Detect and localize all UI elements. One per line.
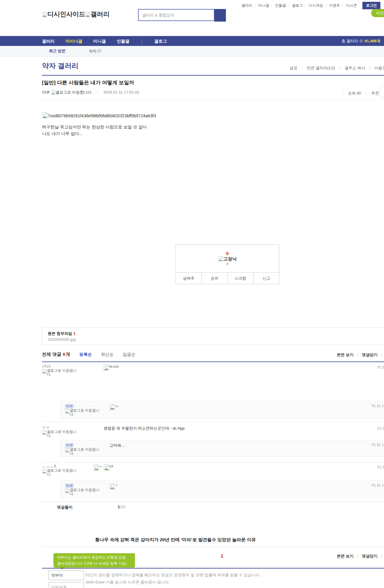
vote-box: 0 고정닉 0 실베추 공유 스크랩 신고 — [176, 244, 279, 284]
sort-reply[interactable]: 답글순 — [123, 352, 135, 357]
comment-bot-label: 댓글돌이 — [57, 505, 73, 510]
comment-content: ㅇ 19 — [94, 464, 113, 471]
upvote-count-red: 0 — [226, 251, 229, 256]
comment-content: 고마워... — [110, 443, 124, 448]
gallery-settings-link[interactable]: 설정 — [290, 66, 297, 70]
copy-gallery-url-link[interactable]: 갤주소 복사 — [344, 66, 365, 70]
fixed-nick-vote[interactable]: 고정닉 — [218, 256, 237, 262]
post-date: 2026.01.31 17:52:43 — [103, 90, 139, 94]
comment-date: 01.3 — [377, 365, 384, 369]
post-image-broken: 7ced8076b58261f438ef98bf06d604031f23bff0… — [42, 112, 156, 118]
post-author-row: 야쿠 갤로그로 이동합니다. │ 2026.01.31 17:52:43 — [42, 90, 139, 95]
broken-image-icon — [65, 488, 69, 493]
nickname-tooltip: 약부이는 갤러리에서 권장하는 비회원 전용 갤닉네임입니다. (삭제 시 닉네… — [53, 553, 135, 568]
broken-image-icon — [51, 90, 56, 95]
attachment-filename[interactable]: 1000009260.jpg — [48, 337, 76, 342]
comment-divider — [42, 422, 384, 422]
comment-date: 01.31 1 — [372, 443, 384, 447]
post-author-nickname[interactable]: 야쿠 — [42, 90, 50, 94]
comments-header: 전체 댓글 6개 등록순 최신순 답글순 — [42, 352, 135, 357]
broken-image-icon — [218, 256, 223, 262]
broken-dccon-icon — [110, 404, 115, 410]
broken-dccon-icon — [110, 483, 115, 490]
comment-gallog-link[interactable]: 갤로그로 이동합니다. — [65, 409, 100, 416]
broken-dccon-icon — [94, 464, 99, 471]
comment-form-top-border — [42, 568, 384, 568]
broken-image-icon — [42, 469, 46, 474]
comment-row: UNJI 갤로그로 이동합니다. 힘내라 01.3 — [42, 364, 384, 400]
broken-dccon-icon — [104, 464, 110, 471]
attachment-count: 1 — [74, 331, 76, 336]
report-button[interactable]: 신고 — [254, 273, 279, 284]
sort-latest[interactable]: 최신순 — [101, 352, 114, 357]
comment-nickname-input[interactable] — [49, 571, 84, 580]
attachment-title: 원본 첨부파일1 — [48, 331, 76, 336]
comments-total: 전체 댓글 6개 — [42, 352, 70, 357]
comment-row: ㅡㅡㅡ3 갤로그로 이동합니다. ㅇ 19 01.3 — [42, 464, 384, 479]
view-post-link[interactable]: 본문 보기 — [337, 352, 354, 357]
comment-content: 괜찮음 뭐 우울한거 하소연하는곳인데 - dc App — [104, 426, 184, 431]
comment-content: 힘내라 — [104, 364, 119, 371]
scrap-button[interactable]: 스크랩 — [228, 273, 254, 284]
post-body-text: 허구한날 죽고싶어만 하는 한심한 사람으로 보일 것 같다 나도 내가 너무 … — [42, 124, 147, 137]
reply-author-highlight[interactable]: 야쿠 — [65, 443, 74, 448]
close-comments-link[interactable]: 댓글닫기 — [362, 352, 378, 357]
comment-content: ㅠ — [110, 404, 118, 410]
comment-date: 01.3 — [377, 426, 384, 430]
comments-top-border — [42, 362, 384, 362]
share-button[interactable]: 공유 — [202, 273, 227, 284]
post-meta: │ 조회 60 │ 추천 0 │ — [339, 91, 384, 96]
gallery-settings-row: 설정ㅣ연관 갤러리(1/2)ㅣ갤주소 복사ㅣ이용안내 — [42, 65, 384, 71]
content-top-border — [42, 75, 384, 76]
comment-row: ㅇㅇ 갤로그로 이동합니다. 괜찮음 뭐 우울한거 하소연하는곳인데 - dc … — [42, 425, 384, 440]
view-post-link[interactable]: 본문 보기 — [337, 554, 354, 558]
content-container: 약자 갤러리 설정ㅣ연관 갤러리(1/2)ㅣ갤주소 복사ㅣ이용안내 [일반] 다… — [42, 0, 384, 588]
comment-content: ㅣ — [110, 483, 118, 490]
comment-divider — [42, 462, 384, 462]
comment-author: UNJI — [42, 364, 384, 369]
comment-gallog-link[interactable]: 갤로그로 이동합니다. — [65, 448, 100, 455]
broken-image-icon — [65, 448, 69, 453]
comment-gallog-link[interactable]: 갤로그로 이동합니다. — [42, 369, 77, 376]
dcinside-gallery-page: 갤러리| 미니갤| 인물갤| 갤로그| 디시게임| 이벤트| 디시콘 로그인 야… — [0, 0, 384, 588]
upvote-label: 추천 — [371, 91, 379, 95]
reply-author-highlight[interactable]: 야쿠 — [65, 404, 74, 409]
downvote-count: 0 — [226, 262, 229, 266]
broken-image-icon — [65, 409, 69, 414]
comment-password-input[interactable] — [49, 582, 84, 588]
broken-dccon-icon — [104, 364, 109, 371]
attachment-box: 원본 첨부파일1 1000009260.jpg — [42, 328, 384, 345]
related-gallery-link[interactable]: 연관 갤러리(1/2) — [307, 66, 335, 70]
comment-gallog-link[interactable]: 갤로그로 이동합니다. — [42, 469, 77, 476]
usage-guide-link[interactable]: 이용안내 — [374, 66, 384, 70]
bottom-view-controls: 본문 보기│댓글닫기│ — [337, 554, 384, 559]
comment-author: ㅡㅡㅡ3 — [42, 464, 384, 469]
silbechu-button[interactable]: 실베추 — [176, 273, 202, 284]
view-count: 60 — [357, 91, 361, 95]
comment-date: 01.31 1 — [372, 483, 384, 488]
comment-date: 01.3 — [377, 465, 384, 469]
comments-footer-border — [42, 502, 384, 502]
comment-date: 01.31 1 — [372, 404, 384, 408]
view-count-label: 조회 — [348, 91, 356, 95]
comments-count: 6 — [63, 352, 65, 357]
comment-gallog-link[interactable]: 갤로그로 이동합니다. — [65, 488, 100, 496]
broken-image-icon — [42, 112, 48, 118]
post-header-divider — [42, 100, 384, 100]
broken-image-icon — [42, 369, 46, 374]
post-author-gallog-link[interactable]: 갤로그로 이동합니다. — [51, 90, 93, 94]
comment-write-notice[interactable]: 타인의 권리를 침해하거나 명예를 훼손하는 댓글은 운영원칙 및 관련 법률에… — [86, 572, 261, 586]
reply-author-highlight[interactable]: 야쿠 — [65, 483, 74, 488]
sort-registered[interactable]: 등록순 — [79, 352, 92, 357]
comment-author: ㅇㅇ — [42, 425, 384, 430]
comment-move-button[interactable] — [379, 85, 384, 99]
comment-gallog-link[interactable]: 갤로그로 이동합니다. — [42, 430, 77, 438]
close-comments-link[interactable]: 댓글닫기 — [362, 554, 378, 558]
post-title: [일반] 다른 사람들은 내가 어떻게 보일까 — [42, 79, 134, 86]
ad-divider — [42, 547, 384, 547]
ad-headline-link[interactable]: 통나무 속에 갇혀 죽은 강아지가 20년 만에 ‘미라’로 발견될수 있었던 … — [42, 537, 309, 543]
page-number-1[interactable]: 1 — [210, 553, 234, 558]
broken-image-icon — [42, 430, 46, 435]
comments-view-controls: 본문 보기│댓글닫기│ — [337, 352, 384, 358]
comment-pagination: 1/20 — [111, 505, 132, 509]
